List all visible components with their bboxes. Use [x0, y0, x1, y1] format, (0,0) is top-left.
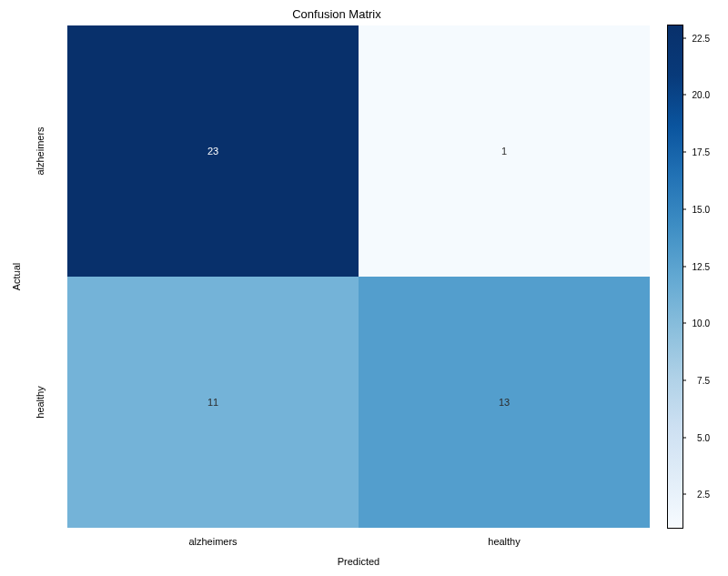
cbar-tick-8: 22.5 — [693, 34, 710, 44]
cbar-tickmark-2 — [682, 380, 686, 381]
confusion-matrix-chart: Confusion Matrix 23 1 11 13 alzheimers h… — [0, 0, 728, 576]
cbar-tick-0: 2.5 — [697, 490, 710, 500]
cbar-tickmark-5 — [682, 209, 686, 210]
cbar-tickmark-3 — [682, 323, 686, 324]
ytick-1: healthy — [35, 386, 46, 418]
heatmap-grid: 23 1 11 13 — [67, 25, 650, 528]
colorbar — [668, 25, 682, 528]
cbar-tick-2: 7.5 — [697, 376, 710, 386]
cbar-tick-1: 5.0 — [697, 433, 710, 443]
ytick-0: alzheimers — [35, 126, 46, 175]
chart-title: Confusion Matrix — [0, 7, 673, 21]
cbar-tickmark-8 — [682, 38, 686, 39]
cbar-tickmark-4 — [682, 267, 686, 268]
cell-0-1: 1 — [359, 25, 650, 277]
cbar-tickmark-0 — [682, 494, 686, 495]
cbar-tickmark-1 — [682, 438, 686, 439]
cell-1-1: 13 — [359, 277, 650, 528]
cell-1-0: 11 — [67, 277, 359, 528]
cbar-tickmark-7 — [682, 95, 686, 96]
xtick-1: healthy — [488, 536, 520, 547]
cbar-tick-6: 17.5 — [693, 147, 710, 157]
y-axis-label: Actual — [11, 263, 22, 291]
cbar-tick-3: 10.0 — [693, 318, 710, 328]
x-axis-label: Predicted — [67, 556, 650, 567]
cbar-tick-7: 20.0 — [693, 90, 710, 100]
cbar-tick-5: 15.0 — [693, 205, 710, 215]
cbar-tickmark-6 — [682, 152, 686, 153]
cbar-tick-4: 12.5 — [693, 262, 710, 272]
xtick-0: alzheimers — [188, 536, 237, 547]
y-axis: Actual — [16, 25, 29, 528]
cell-0-0: 23 — [67, 25, 359, 277]
